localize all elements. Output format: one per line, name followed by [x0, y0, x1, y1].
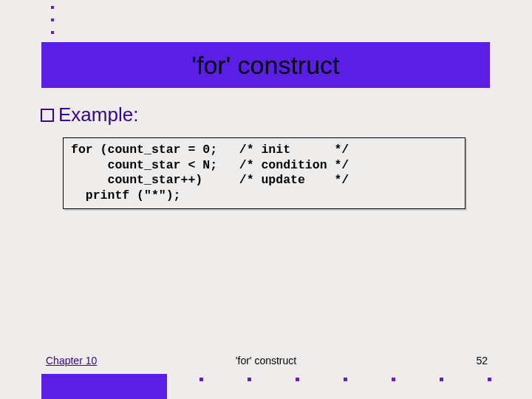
dot-icon — [51, 6, 54, 9]
bullet-example: Example: — [41, 103, 138, 126]
code-example-box: for (count_star = 0; /* init */ count_st… — [63, 137, 466, 209]
slide-title: 'for' construct — [191, 51, 339, 80]
code-line: for (count_star = 0; /* init */ — [71, 143, 457, 158]
dot-icon — [200, 378, 203, 381]
footer-center: 'for' construct — [236, 355, 296, 366]
dot-icon — [392, 378, 395, 381]
dot-icon — [296, 378, 299, 381]
dot-icon — [248, 378, 251, 381]
decorative-bottom-block — [41, 374, 167, 399]
code-line: count_star < N; /* condition */ — [71, 158, 457, 174]
footer-chapter: Chapter 10 — [46, 355, 97, 366]
title-bar: 'for' construct — [41, 42, 490, 88]
bullet-label: Example: — [58, 103, 138, 126]
dot-icon — [51, 31, 54, 34]
code-line: count_star++) /* update */ — [71, 173, 457, 188]
bullet-square-icon — [41, 109, 54, 122]
decorative-dots-bottom — [200, 378, 532, 381]
code-line: printf ("*"); — [71, 188, 457, 204]
dot-icon — [344, 378, 347, 381]
dot-icon — [440, 378, 443, 381]
dot-icon — [488, 378, 491, 381]
dot-icon — [51, 18, 54, 21]
decorative-dots-top — [51, 6, 54, 44]
footer-page-number: 52 — [476, 355, 488, 366]
